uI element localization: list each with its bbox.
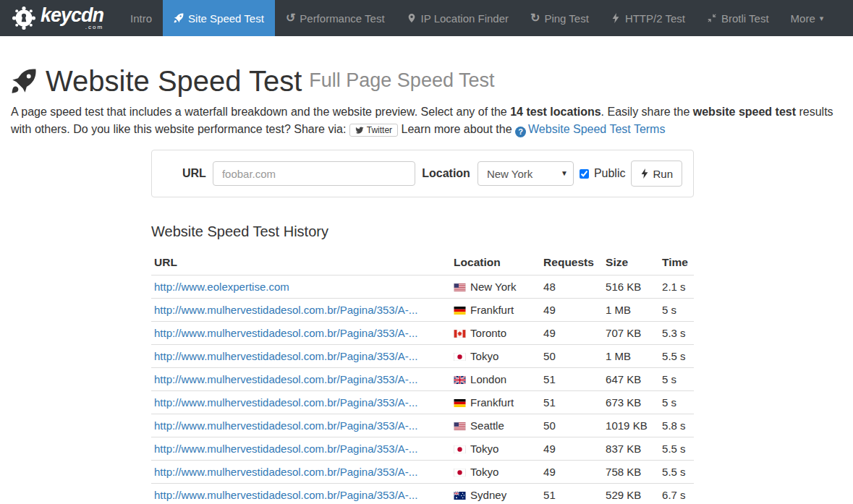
flag-de-icon	[454, 307, 466, 315]
flag-ca-icon	[454, 330, 466, 338]
result-requests: 50	[540, 345, 603, 368]
twitter-bird-icon	[355, 126, 364, 134]
intro-paragraph: A page speed test that includes a waterf…	[11, 103, 843, 138]
flag-us-icon	[454, 422, 466, 430]
result-url-link[interactable]: http://www.eolexpertise.com	[154, 281, 289, 293]
bolt-icon	[640, 168, 649, 179]
result-location: Toronto	[470, 327, 506, 339]
history-title: Website Speed Test History	[151, 223, 694, 240]
result-url-link[interactable]: http://www.mulhervestidadesol.com.br/Pag…	[154, 350, 417, 362]
result-size: 758 KB	[603, 461, 659, 484]
result-url-link[interactable]: http://www.mulhervestidadesol.com.br/Pag…	[154, 489, 417, 501]
result-location: Tokyo	[470, 443, 498, 455]
public-label[interactable]: Public	[594, 167, 626, 180]
terms-link[interactable]: Website Speed Test Terms	[528, 123, 665, 135]
result-url-link[interactable]: http://www.mulhervestidadesol.com.br/Pag…	[154, 327, 417, 339]
keycdn-gear-icon	[11, 5, 37, 31]
location-select[interactable]: New York	[478, 161, 574, 186]
result-url-link[interactable]: http://www.mulhervestidadesol.com.br/Pag…	[154, 396, 417, 409]
result-size: 1019 KB	[603, 414, 659, 437]
table-row: http://www.mulhervestidadesol.com.br/Pag…	[151, 414, 694, 437]
page-title: Website Speed Test Full Page Speed Test	[11, 65, 842, 97]
nav-item-ip-location-finder[interactable]: IP Location Finder	[396, 0, 519, 36]
table-row: http://www.mulhervestidadesol.com.br/Pag…	[151, 461, 694, 484]
col-header-time: Time	[659, 250, 694, 276]
col-header-size: Size	[603, 250, 659, 276]
nav-item-site-speed-test[interactable]: Site Speed Test	[163, 0, 275, 36]
table-row: http://www.mulhervestidadesol.com.br/Pag…	[151, 368, 694, 391]
result-time: 5 s	[659, 368, 694, 391]
nav-item-performance-test[interactable]: ↺ Performance Test	[275, 0, 396, 36]
brand-name: keycdn	[41, 4, 103, 26]
result-time: 6.7 s	[659, 484, 694, 504]
col-header-requests: Requests	[540, 250, 603, 276]
result-size: 1 MB	[603, 299, 659, 322]
result-size: 673 KB	[603, 391, 659, 414]
result-requests: 51	[540, 391, 603, 414]
flag-gb-icon	[454, 376, 466, 384]
page-title-text: Website Speed Test	[46, 65, 302, 97]
result-time: 5.5 s	[659, 345, 694, 368]
result-time: 2.1 s	[659, 276, 694, 299]
intro-text-segment: A page speed test that includes a waterf…	[11, 106, 510, 118]
nav-item-more[interactable]: More ▾	[780, 0, 835, 36]
nav-item-http-2-test[interactable]: HTTP/2 Test	[600, 0, 696, 36]
result-size: 707 KB	[603, 322, 659, 345]
compress-icon	[707, 13, 717, 23]
table-row: http://www.mulhervestidadesol.com.br/Pag…	[151, 322, 694, 345]
col-header-location: Location	[451, 250, 540, 276]
result-url-link[interactable]: http://www.mulhervestidadesol.com.br/Pag…	[154, 419, 417, 432]
intro-text-segment: 14 test locations	[510, 106, 601, 118]
caret-down-icon: ▾	[820, 14, 824, 23]
result-time: 5.3 s	[659, 322, 694, 345]
url-input[interactable]	[213, 161, 415, 186]
refresh-icon: ↻	[530, 12, 540, 24]
page-subtitle: Full Page Speed Test	[309, 70, 494, 92]
result-location: Tokyo	[470, 350, 498, 362]
table-row: http://www.mulhervestidadesol.com.br/Pag…	[151, 484, 694, 504]
public-checkbox[interactable]	[580, 169, 589, 179]
result-requests: 51	[540, 484, 603, 504]
result-url-link[interactable]: http://www.mulhervestidadesol.com.br/Pag…	[154, 373, 417, 385]
result-location: Frankfurt	[470, 396, 514, 409]
result-time: 5 s	[659, 391, 694, 414]
twitter-share-button[interactable]: Twitter	[349, 124, 398, 137]
table-row: http://www.eolexpertise.com New York 48 …	[151, 276, 694, 299]
result-requests: 49	[540, 299, 603, 322]
url-label: URL	[182, 167, 206, 180]
result-location: Sydney	[470, 489, 506, 501]
intro-text-segment: website speed test	[693, 106, 796, 118]
result-requests: 49	[540, 461, 603, 484]
result-url-link[interactable]: http://www.mulhervestidadesol.com.br/Pag…	[154, 304, 417, 316]
top-navbar: keycdn .com Intro Site Speed Test ↺ Perf…	[0, 0, 853, 36]
result-url-link[interactable]: http://www.mulhervestidadesol.com.br/Pag…	[154, 466, 417, 478]
speed-test-form: URL Location New York ▼ Public Run	[151, 150, 694, 197]
nav-items: Intro Site Speed Test ↺ Performance Test…	[119, 0, 834, 36]
map-pin-icon	[407, 13, 417, 23]
nav-item-intro[interactable]: Intro	[119, 0, 163, 36]
result-size: 516 KB	[603, 276, 659, 299]
flag-us-icon	[454, 283, 466, 291]
nav-item-ping-test[interactable]: ↻ Ping Test	[519, 0, 600, 36]
bolt-icon	[611, 13, 621, 23]
result-size: 529 KB	[603, 484, 659, 504]
result-location: Tokyo	[470, 466, 498, 478]
nav-item-brotli-test[interactable]: Brotli Test	[696, 0, 780, 36]
location-label: Location	[422, 167, 470, 180]
result-location: Seattle	[470, 419, 504, 432]
history-table: URL Location Requests Size Time http://w…	[151, 250, 694, 504]
flag-au-icon	[454, 492, 466, 500]
result-requests: 48	[540, 276, 603, 299]
result-size: 647 KB	[603, 368, 659, 391]
run-button[interactable]: Run	[631, 161, 682, 187]
result-time: 5.5 s	[659, 437, 694, 461]
flag-jp-icon	[454, 445, 466, 453]
result-url-link[interactable]: http://www.mulhervestidadesol.com.br/Pag…	[154, 443, 417, 455]
result-time: 5.8 s	[659, 414, 694, 437]
result-time: 5 s	[659, 299, 694, 322]
keycdn-logo[interactable]: keycdn .com	[11, 0, 103, 36]
result-requests: 49	[540, 322, 603, 345]
rocket-icon	[174, 13, 184, 23]
main-content: Website Speed Test Full Page Speed Test …	[0, 65, 853, 504]
result-requests: 50	[540, 414, 603, 437]
